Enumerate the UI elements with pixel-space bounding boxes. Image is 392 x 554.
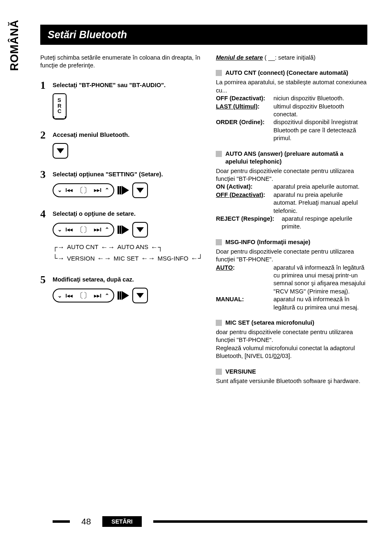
msg-info-heading: MSG-INFO (Informaţii mesaje) xyxy=(216,238,367,246)
step-5-text: Modificaţi setarea, după caz. xyxy=(53,276,203,284)
mic-set-heading: MIC SET (setarea microfonului) xyxy=(216,319,367,327)
mic-set-desc-2: Reglează volumul microfonului conectat l… xyxy=(216,344,367,360)
chevron-down-icon xyxy=(136,293,144,298)
step-4-text: Selectaţi o opţiune de setare. xyxy=(53,210,203,218)
down-button[interactable] xyxy=(132,222,148,238)
chevron-down-small-icon: ⌄ xyxy=(58,226,62,233)
menu-header-line: Meniul de setare ( __: setare iniţială) xyxy=(216,54,367,62)
menu-header: Meniul de setare xyxy=(216,54,263,61)
down-button[interactable] xyxy=(53,143,68,159)
square-bullet-icon xyxy=(216,239,222,245)
arrow-right-icon xyxy=(118,225,129,234)
left-column: Puteţi schimba setările enumerate în col… xyxy=(40,54,203,385)
divider-icon: 〔〕 xyxy=(76,185,91,195)
rocker-control[interactable]: ⌄ I◂◂ 〔〕 ▸▸I ⌃ xyxy=(53,223,114,237)
version-desc: Sunt afişate versiunile Bluetooth softwa… xyxy=(216,377,367,385)
auto-ans-desc: Doar pentru dispozitivele conectate pent… xyxy=(216,167,367,183)
msg-info-manual: MANUAL: aparatul nu vă informează în leg… xyxy=(216,295,367,312)
auto-cnt-last: LAST (Ultimul): ultimul dispozitiv Bluet… xyxy=(216,103,367,119)
msg-info-auto: AUTO: aparatul vă informează în legătură… xyxy=(216,264,367,296)
src-button[interactable]: S R C xyxy=(53,93,67,119)
auto-ans-reject: REJECT (Respinge): aparatul respinge ape… xyxy=(216,215,367,231)
chevron-down-small-icon: ⌄ xyxy=(58,187,62,193)
square-bullet-icon xyxy=(216,70,222,76)
language-tab: ROMÂNĂ xyxy=(8,20,21,71)
prev-track-icon: I◂◂ xyxy=(65,226,73,233)
step-3-number: 3 xyxy=(40,169,53,180)
section-title: Setări Bluetooth xyxy=(48,29,127,41)
page-content: Setări Bluetooth Puteţi schimba setările… xyxy=(40,25,367,529)
prev-track-icon: I◂◂ xyxy=(65,187,73,193)
divider-icon: 〔〕 xyxy=(76,225,91,235)
footer-label: SETĂRI xyxy=(102,516,141,527)
square-bullet-icon xyxy=(216,369,222,375)
chevron-up-small-icon: ⌃ xyxy=(105,226,109,233)
next-track-icon: ▸▸I xyxy=(94,293,101,299)
auto-ans-heading: AUTO ANS (answer) (preluare automată a a… xyxy=(216,150,367,166)
step-2-text: Accesaţi meniul Bluetooth. xyxy=(53,131,203,139)
chevron-up-small-icon: ⌃ xyxy=(105,293,109,299)
step-3-text: Selectaţi opţiunea "SETTING" (Setare). xyxy=(53,171,203,178)
divider-icon: 〔〕 xyxy=(76,291,91,300)
section-title-bar: Setări Bluetooth xyxy=(40,25,367,45)
auto-cnt-off: OFF (Dezactivat): niciun dispozitiv Blue… xyxy=(216,95,367,102)
step-1-number: 1 xyxy=(40,80,53,91)
step-5-number: 5 xyxy=(40,275,53,285)
chevron-down-icon xyxy=(57,148,64,153)
footer-accent xyxy=(53,520,70,523)
down-button[interactable] xyxy=(132,182,148,198)
next-track-icon: ▸▸I xyxy=(94,226,101,233)
mic-set-desc-1: doar pentru dispozitivele conectate pent… xyxy=(216,328,367,344)
option-flow-diagram: ┌→ AUTO CNT ←→ AUTO ANS ←┐ └→ VERSION ←→… xyxy=(53,242,203,264)
square-bullet-icon xyxy=(216,151,222,157)
arrow-right-icon xyxy=(118,291,129,300)
down-button[interactable] xyxy=(132,288,148,303)
auto-ans-on: ON (Activat): aparatul preia apelurile a… xyxy=(216,183,367,191)
version-heading: VERSIUNE xyxy=(216,368,367,376)
chevron-down-icon xyxy=(136,188,144,193)
auto-ans-off: OFF (Dezactivat): aparatul nu preia apel… xyxy=(216,191,367,215)
arrow-right-icon xyxy=(118,186,129,195)
auto-cnt-heading: AUTO CNT (connect) (Conectare automată) xyxy=(216,69,367,77)
chevron-up-small-icon: ⌃ xyxy=(105,187,109,193)
step-1-text: Selectaţi "BT-PHONE" sau "BT-AUDIO". xyxy=(53,81,203,89)
menu-note: ( __: setare iniţială) xyxy=(263,54,316,61)
rocker-control[interactable]: ⌄ I◂◂ 〔〕 ▸▸I ⌃ xyxy=(53,183,114,197)
intro-text: Puteţi schimba setările enumerate în col… xyxy=(40,54,203,69)
page-number: 48 xyxy=(81,517,91,526)
msg-info-desc: Doar pentru dispozitivele conectate pent… xyxy=(216,248,367,264)
chevron-down-small-icon: ⌄ xyxy=(58,293,62,299)
auto-cnt-desc: La pornirea aparatului, se stabileşte au… xyxy=(216,78,367,95)
next-track-icon: ▸▸I xyxy=(94,187,101,193)
prev-track-icon: I◂◂ xyxy=(65,293,73,299)
page-footer: 48 SETĂRI xyxy=(53,516,367,527)
chevron-down-icon xyxy=(136,227,144,232)
step-4-number: 4 xyxy=(40,209,53,219)
footer-rule xyxy=(153,520,367,523)
step-2-number: 2 xyxy=(40,130,53,141)
square-bullet-icon xyxy=(216,320,222,326)
right-column: Meniul de setare ( __: setare iniţială) … xyxy=(216,54,367,385)
auto-cnt-order: ORDER (Ordine): dispozitivul disponibil … xyxy=(216,118,367,142)
rocker-control[interactable]: ⌄ I◂◂ 〔〕 ▸▸I ⌃ xyxy=(53,289,114,302)
